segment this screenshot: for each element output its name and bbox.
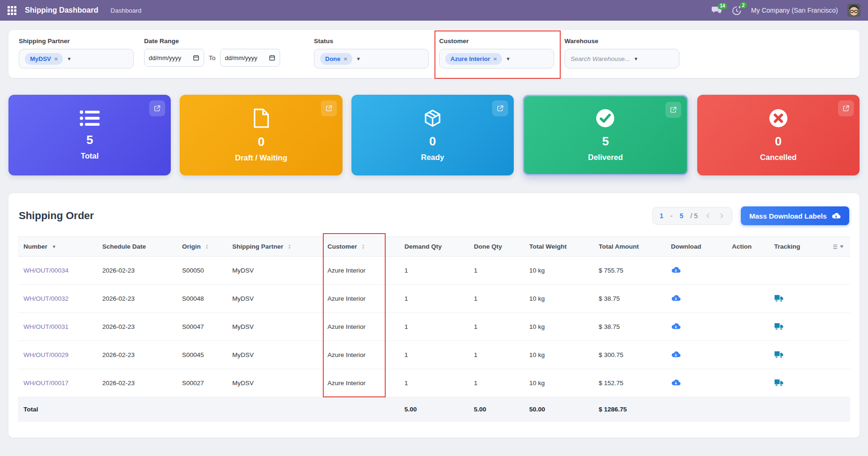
sort-icon[interactable]: ▲▼ [206,244,209,250]
column-header[interactable]: Done Qty [468,237,524,257]
external-link-icon[interactable] [492,100,508,116]
customer-tag: Azure Interior × [445,53,502,65]
customer-select[interactable]: Azure Interior × ▼ [439,49,554,68]
calendar-icon[interactable] [193,54,199,61]
column-header[interactable]: Shipping Partner ▲▼ [227,237,322,257]
order-number-link[interactable]: WH/OUT/00032 [23,295,69,302]
column-header[interactable]: Action [726,237,769,257]
order-number-link[interactable]: WH/OUT/00031 [23,323,69,330]
column-header-label: Total Weight [529,243,567,250]
external-link-icon[interactable] [149,100,165,116]
column-header[interactable]: Schedule Date [97,237,176,257]
card-value: 5 [602,134,609,149]
truck-tracking-icon[interactable] [774,350,784,358]
order-number-link[interactable]: WH/OUT/00034 [23,267,69,274]
remove-tag-icon[interactable]: × [494,55,497,62]
section-title: Shipping Order [19,210,94,222]
orders-table: Number ▼ Schedule Date Origin [18,236,850,422]
truck-tracking-icon[interactable] [774,322,784,330]
column-header-label: Origin [182,243,201,250]
sort-desc-icon[interactable]: ▼ [52,244,56,249]
customer-cell: Azure Interior [322,369,399,397]
external-link-icon[interactable] [838,100,854,116]
messages-button[interactable]: 14 [711,6,722,15]
column-header[interactable] [820,237,850,257]
customer-cell: Azure Interior [322,313,399,341]
done-qty-cell: 1 [468,369,524,397]
filter-group-shipping-partner: Shipping Partner MyDSV × ▼ [19,38,134,68]
page-range-end[interactable]: 5 [680,212,684,220]
tag-label: Done [325,55,341,62]
external-link-icon[interactable] [665,102,681,118]
column-header-label: Done Qty [474,243,502,250]
shipping-partner-cell: MyDSV [227,341,322,369]
remove-tag-icon[interactable]: × [344,55,348,62]
order-number-link[interactable]: WH/OUT/00029 [23,351,69,358]
warehouse-search-input[interactable]: Search Warehouse... ▼ [564,49,679,68]
column-header[interactable]: Tracking [769,237,820,257]
column-header[interactable]: Demand Qty [399,237,468,257]
cloud-download-icon [831,212,841,220]
download-label-icon[interactable] [671,266,681,274]
column-header[interactable]: Origin ▲▼ [176,237,227,257]
calendar-icon[interactable] [269,54,275,61]
page-range-start[interactable]: 1 [660,212,663,220]
origin-cell: S00047 [176,313,227,341]
stat-card-cancelled[interactable]: 0 Cancelled [697,95,860,175]
chevron-left-icon[interactable] [705,213,711,219]
sort-icon[interactable]: ▲▼ [288,244,291,250]
chevron-down-icon[interactable]: ▼ [634,56,639,61]
stat-card-delivered[interactable]: 5 Delivered [523,95,688,175]
total-amount-cell: $ 300.75 [593,341,665,369]
column-header[interactable]: Download [665,237,726,257]
status-select[interactable]: Done × ▼ [314,49,429,68]
chevron-down-icon[interactable]: ▼ [356,56,361,61]
filters-panel: Shipping Partner MyDSV × ▼ Date Range dd… [8,30,860,78]
truck-tracking-icon[interactable] [774,294,784,302]
chevron-right-icon[interactable] [718,213,725,219]
apps-menu-icon[interactable] [8,6,16,15]
stat-card-total[interactable]: 5 Total [8,95,171,175]
date-to-input[interactable]: dd/mm/yyyy [220,49,280,67]
order-row: WH/OUT/00029 2026-02-23 S00045 MyDSV Azu… [18,341,850,369]
date-from-input[interactable]: dd/mm/yyyy [144,49,204,67]
column-header[interactable]: Total Weight [524,237,593,257]
demand-qty-cell: 1 [399,369,468,397]
shipping-partner-select[interactable]: MyDSV × ▼ [19,49,134,68]
sort-icon[interactable]: ▲▼ [362,244,365,250]
remove-tag-icon[interactable]: × [54,55,58,62]
column-header-label: Demand Qty [404,243,442,250]
date-from-value: dd/mm/yyyy [149,54,181,61]
chevron-down-icon[interactable]: ▼ [67,56,71,61]
order-number-link[interactable]: WH/OUT/00017 [23,380,69,387]
column-header[interactable]: Customer ▲▼ [322,237,399,257]
shipping-partner-cell: MyDSV [227,313,322,341]
menu-item-dashboard[interactable]: Dashboard [107,5,145,16]
order-row: WH/OUT/00031 2026-02-23 S00047 MyDSV Azu… [18,313,850,341]
company-switcher[interactable]: My Company (San Francisco) [751,7,838,14]
app-title[interactable]: Shipping Dashboard [25,6,98,15]
column-header[interactable]: Total Amount [593,237,665,257]
date-range-label: Date Range [144,38,304,45]
download-label-icon[interactable] [671,379,681,387]
chevron-down-icon[interactable]: ▼ [506,56,510,61]
order-row: WH/OUT/00032 2026-02-23 S00048 MyDSV Azu… [18,285,850,313]
user-avatar[interactable] [847,4,860,17]
stat-card-ready[interactable]: 0 Ready [351,95,514,175]
activities-button[interactable]: 2 [731,5,742,15]
column-header[interactable]: Number ▼ [18,237,97,257]
origin-cell: S00048 [176,285,227,313]
external-link-icon[interactable] [321,100,337,116]
download-label-icon[interactable] [671,350,681,358]
shipping-partner-tag: MyDSV × [25,53,63,65]
stat-card-draft-waiting[interactable]: 0 Draft / Waiting [180,95,342,175]
pagination: 1 - 5 / 5 [652,207,732,225]
download-label-icon[interactable] [671,322,681,330]
mass-download-labels-button[interactable]: Mass Download Labels [741,206,849,225]
total-weight-cell: 10 kg [524,341,593,369]
shipping-partner-cell: MyDSV [227,369,322,397]
truck-tracking-icon[interactable] [774,379,784,387]
column-config-icon[interactable] [833,244,844,250]
download-label-icon[interactable] [671,294,681,302]
table-header-row: Number ▼ Schedule Date Origin [18,237,850,257]
